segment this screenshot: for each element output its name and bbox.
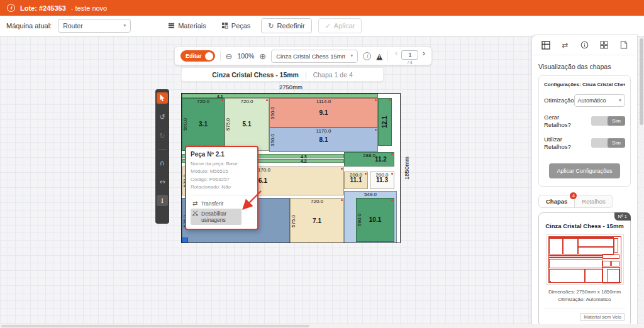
reset-button[interactable]: ↻ Redefinir: [261, 18, 311, 33]
piece-label: 6.1: [258, 178, 267, 184]
sheets-view-icon[interactable]: [540, 40, 552, 51]
sheet-height-label: 1850mm: [403, 93, 410, 243]
machine-select[interactable]: Router ▾: [58, 19, 131, 33]
piece-label: 5.1: [243, 121, 252, 128]
tab-retalhos[interactable]: Retalhos: [575, 195, 613, 207]
info-view-icon[interactable]: [579, 40, 591, 51]
thumb-piece: [614, 238, 618, 253]
piece-label: 8.1: [319, 137, 328, 143]
optimization-select[interactable]: Automático ▾: [574, 94, 625, 107]
sheet-piece-7.1[interactable]: 720.0575.07.1: [290, 198, 344, 243]
disable-machining-action[interactable]: Desabilitar usinagens: [191, 209, 242, 225]
piece-width-dim: 720.0: [182, 99, 224, 104]
use-offcuts-toggle[interactable]: Sim: [591, 138, 625, 148]
materials-button-label: Materiais: [178, 22, 206, 30]
rotate-cw-tool-icon[interactable]: ↻: [157, 130, 168, 141]
thumb-piece: [578, 247, 614, 254]
use-offcuts-label: Utilizar Retalhos?: [544, 136, 582, 151]
sheet-piece-5.1[interactable]: 720.0575.05.1: [225, 98, 269, 151]
zoom-in-icon[interactable]: ⊕: [259, 52, 266, 60]
cursor-tool-icon[interactable]: [157, 92, 168, 104]
disable-machining-label: Desabilitar usinagens: [201, 210, 240, 223]
thumb-piece: [602, 261, 611, 266]
sheet-width-label: 2750mm: [181, 84, 401, 90]
sheet-piece-8.1[interactable]: 1170.0350.08.1: [269, 128, 378, 152]
warning-icon[interactable]: ▲: [376, 52, 382, 60]
tooltip-line: Nome da peça: Base: [191, 160, 253, 168]
sheet-tabs: Chapas 4 Retalhos: [538, 195, 613, 208]
thumb-piece: [549, 269, 585, 283]
piece-label: 7.1: [313, 218, 321, 224]
piece-width-dim: 549.0: [345, 192, 396, 197]
magnet-tool-icon[interactable]: ∩: [157, 157, 168, 168]
piece-label: 4.1: [217, 94, 223, 98]
transfer-action-label: Transferir: [201, 200, 223, 207]
materials-icon: [168, 22, 175, 30]
vertical-scrollbar-thumb[interactable]: [640, 38, 643, 125]
edit-mode-toggle[interactable]: Editar: [180, 50, 215, 62]
material-select-value: Cinza Cristal Chess 15mm: [276, 53, 345, 60]
horizontal-scrollbar[interactable]: [0, 324, 640, 328]
sheet-piece-4.1[interactable]: 4.1: [182, 94, 378, 98]
sheet-piece-9.1[interactable]: 1114.0350.09.1: [269, 98, 378, 128]
next-page-icon[interactable]: ›: [422, 49, 425, 57]
pieces-button[interactable]: Peças: [217, 22, 255, 30]
text-tool-icon[interactable]: I: [157, 195, 168, 206]
zoom-level: 100%: [237, 52, 254, 60]
sheet-piece-3.1[interactable]: 720.0560.03.1: [182, 98, 225, 151]
sheet-piece-11.3[interactable]: 200.011.3: [370, 172, 394, 189]
sheet-pager: ‹ / 4 ›: [394, 48, 425, 65]
piece-height-dim: 560.0: [183, 118, 188, 131]
prev-page-icon[interactable]: ‹: [394, 49, 397, 57]
card-dimensions: Dimensões: 2750mm x 1850mm: [544, 288, 625, 297]
measure-tool-icon[interactable]: ↔: [157, 176, 168, 187]
piece-height-dim: 350.0: [270, 106, 275, 119]
piece-label: 9.1: [319, 110, 328, 116]
apply-config-button[interactable]: Aplicar Configurações: [549, 163, 619, 178]
transfer-view-icon[interactable]: ⇄: [560, 40, 571, 51]
machine-label: Máquina atual:: [6, 22, 52, 30]
sheet-piece-10.1[interactable]: 690.010.1: [356, 198, 394, 242]
sheet-card[interactable]: Nº 1 Cinza Cristal Chess - 15mm Dimensõe…: [538, 212, 631, 327]
batch-name: - teste novo: [71, 4, 107, 12]
sidebar-title: Visualização das chapas: [532, 55, 637, 75]
piece-width-dim: 1114.0: [270, 99, 377, 104]
sheet-piece-marker-origin[interactable]: [182, 238, 188, 243]
transfer-icon: ⇄: [192, 200, 197, 207]
rotate-ccw-tool-icon[interactable]: ↺: [157, 111, 168, 123]
horizontal-scrollbar-thumb[interactable]: [1, 325, 309, 327]
tooltip-lines: Nome da peça: BaseMódulo: M56515Código: …: [191, 160, 253, 192]
page-total-label: / 4: [408, 60, 413, 65]
card-optimization: Otimização: Automático: [544, 296, 625, 304]
tab-chapas[interactable]: Chapas 4: [539, 195, 575, 207]
material-select[interactable]: Cinza Cristal Chess 15mm ▾: [271, 50, 358, 63]
sheet-piece-12.1[interactable]: 12.1: [378, 98, 392, 146]
modules-view-icon[interactable]: [599, 40, 610, 51]
config-title: Configurações: Cinza Cristal Chess 15mm: [544, 82, 625, 87]
machining-icon: [192, 210, 198, 217]
sheet-title: Cinza Cristal Chess - 15mm: [212, 71, 299, 79]
tool-rail: ↺ ↻ ∩ ↔ I: [155, 89, 169, 224]
sheet-piece-11.1[interactable]: 200.011.1: [344, 172, 368, 189]
report-view-icon[interactable]: [618, 40, 630, 51]
thumb-piece: [607, 269, 619, 283]
edit-toggle-label: Editar: [186, 53, 202, 59]
pieces-button-label: Peças: [231, 22, 251, 30]
sheet-info-icon[interactable]: i: [363, 52, 371, 60]
thumb-piece: [549, 238, 564, 254]
tooltip-line: Código: P063257: [191, 176, 253, 183]
generate-offcuts-toggle[interactable]: Sim: [591, 116, 625, 126]
info-icon: i: [7, 4, 15, 12]
materials-button[interactable]: Materiais: [164, 22, 211, 30]
vertical-scrollbar[interactable]: [640, 36, 643, 324]
sheet-piece-11.2[interactable]: 288.011.2: [344, 152, 394, 167]
canvas-toolbar: Editar ⊖ 100% ⊕ Cinza Cristal Chess 15mm…: [174, 46, 432, 65]
piece-label: 12.1: [382, 116, 388, 128]
apply-button[interactable]: ✓ Aplicar: [318, 18, 362, 33]
chevron-down-icon: ▾: [619, 98, 621, 103]
optimization-label: Otimização: [544, 97, 574, 104]
page-input[interactable]: [401, 50, 418, 60]
optimization-select-value: Automático: [578, 97, 606, 104]
zoom-out-icon[interactable]: ⊖: [226, 52, 233, 60]
use-offcuts-value: Sim: [608, 138, 625, 148]
